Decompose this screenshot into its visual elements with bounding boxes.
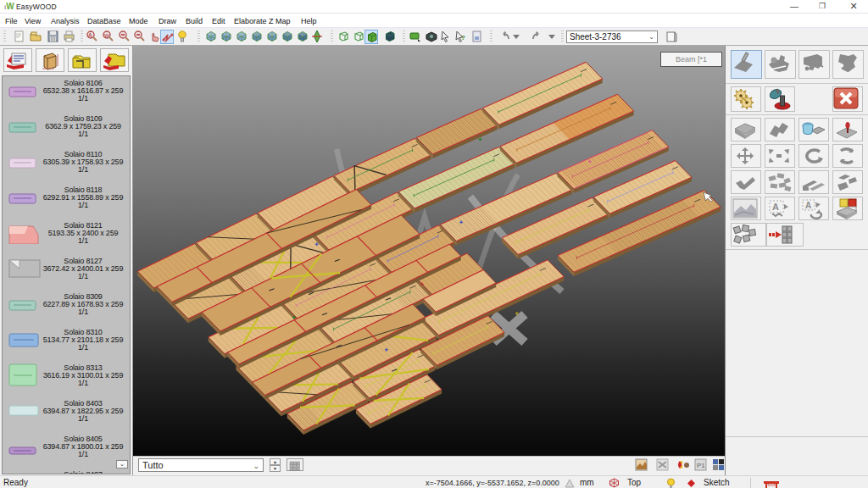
svg-text:A: A (772, 202, 779, 212)
svg-text:W: W (104, 33, 109, 38)
svg-text:A: A (88, 32, 92, 38)
svg-text:?: ? (461, 34, 465, 42)
svg-text:A: A (805, 201, 811, 210)
svg-text:P1: P1 (697, 462, 705, 469)
